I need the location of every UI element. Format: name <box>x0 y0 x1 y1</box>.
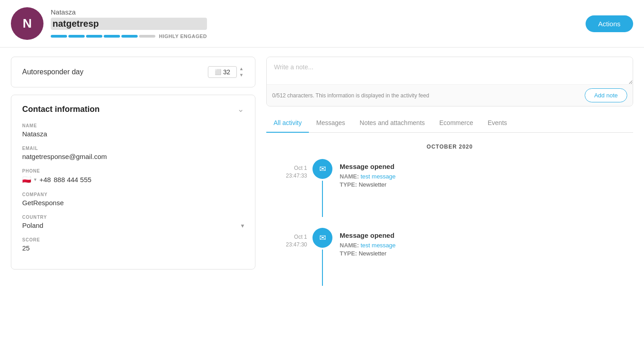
note-char-count: 0/512 characters. This information is di… <box>272 92 429 99</box>
autoresponder-stepper[interactable]: ⬜ 32 ▲ ▼ <box>208 66 244 78</box>
type-detail-label-2: TYPE: <box>340 250 357 257</box>
contact-card-title: Contact information <box>22 105 100 114</box>
type-detail-label-1: TYPE: <box>340 181 357 188</box>
bar-seg-6 <box>139 35 155 38</box>
activity-time-1: Oct 1 23:47:33 <box>266 159 307 180</box>
name-detail-value-2: test message <box>360 242 395 249</box>
country-label: COUNTRY <box>22 215 244 220</box>
actions-button[interactable]: Actions <box>586 15 633 32</box>
activity-type-detail-1: TYPE: Newsletter <box>340 181 396 188</box>
field-name: NAME Natasza <box>22 123 244 138</box>
note-footer: 0/512 characters. This information is di… <box>267 84 633 106</box>
tab-events[interactable]: Events <box>481 114 514 133</box>
field-company: COMPANY GetResponse <box>22 192 244 207</box>
stepper-up-button[interactable]: ▲ <box>239 66 244 72</box>
note-textarea[interactable] <box>267 57 633 84</box>
activity-content-2: Message opened NAME: test message TYPE: … <box>340 228 396 258</box>
field-email: EMAIL natgetresponse@gmail.com <box>22 146 244 160</box>
field-phone: PHONE 🇵🇱 ▾ +48 888 444 555 <box>22 168 244 184</box>
right-panel: 0/512 characters. This information is di… <box>266 57 633 297</box>
company-value: GetResponse <box>22 199 244 207</box>
phone-number: 888 444 555 <box>53 176 91 183</box>
email-label: EMAIL <box>22 146 244 151</box>
avatar: N <box>11 7 43 40</box>
activity-timestamp-1: 23:47:33 <box>266 172 307 180</box>
engagement-segments <box>51 35 155 38</box>
activity-type-detail-2: TYPE: Newsletter <box>340 250 396 257</box>
activity-timeline-1: ✉ <box>312 159 332 217</box>
company-label: COMPANY <box>22 192 244 197</box>
stepper-value: 32 <box>223 68 231 76</box>
email-value: natgetresponse@gmail.com <box>22 153 244 160</box>
message-opened-icon-2: ✉ <box>312 228 332 248</box>
activity-title-1: Message opened <box>340 163 396 170</box>
flag-icon: 🇵🇱 <box>22 175 31 184</box>
type-detail-value-1: Newsletter <box>359 181 386 188</box>
activity-name-detail-1: NAME: test message <box>340 173 396 180</box>
timeline-line-1 <box>322 181 323 217</box>
contact-email-display: natgetresp <box>51 18 207 30</box>
tab-notes-attachments[interactable]: Notes and attachments <box>352 114 432 133</box>
phone-flag-dropdown[interactable]: ▾ <box>34 177 37 183</box>
contact-information-card: Contact information ⌄ NAME Natasza EMAIL… <box>11 95 255 270</box>
bar-seg-4 <box>104 35 120 38</box>
tab-messages[interactable]: Messages <box>309 114 352 133</box>
timeline-line-2 <box>322 250 323 286</box>
activity-time-2: Oct 1 23:47:30 <box>266 228 307 249</box>
stepper-arrows: ▲ ▼ <box>239 66 244 78</box>
activity-tabs: All activity Messages Notes and attachme… <box>266 114 633 133</box>
activity-title-2: Message opened <box>340 231 396 239</box>
name-detail-label-2: NAME: <box>340 242 359 249</box>
field-score: SCORE 25 <box>22 237 244 252</box>
name-detail-label-1: NAME: <box>340 173 359 180</box>
activity-content-1: Message opened NAME: test message TYPE: … <box>340 159 396 189</box>
phone-label: PHONE <box>22 168 244 173</box>
name-detail-value-1: test message <box>360 173 395 180</box>
message-opened-icon-1: ✉ <box>312 159 332 179</box>
activity-item-2: Oct 1 23:47:30 ✉ Message opened NAME: te… <box>266 228 633 286</box>
name-value: Natasza <box>22 130 244 138</box>
note-box: 0/512 characters. This information is di… <box>266 57 633 106</box>
tab-ecommerce[interactable]: Ecommerce <box>432 114 481 133</box>
stepper-calendar-icon: ⬜ <box>215 69 221 75</box>
collapse-icon[interactable]: ⌄ <box>237 104 244 114</box>
add-note-button[interactable]: Add note <box>585 88 627 102</box>
header-info: Natasza natgetresp HIGHLY ENGAGED <box>51 8 207 39</box>
bar-seg-3 <box>86 35 102 38</box>
bar-seg-2 <box>68 35 85 38</box>
phone-prefix: +48 <box>39 176 51 183</box>
contact-card-header: Contact information ⌄ <box>22 104 244 114</box>
score-label: SCORE <box>22 237 244 242</box>
activity-date-1: Oct 1 <box>266 164 307 172</box>
main-layout: Autoresponder day ⬜ 32 ▲ ▼ Contact infor… <box>0 48 644 306</box>
activity-name-detail-2: NAME: test message <box>340 242 396 249</box>
tab-all-activity[interactable]: All activity <box>266 114 309 133</box>
bar-seg-1 <box>51 35 67 38</box>
stepper-down-button[interactable]: ▼ <box>239 72 244 78</box>
country-dropdown-icon[interactable]: ▾ <box>241 222 244 229</box>
phone-row: 🇵🇱 ▾ +48 888 444 555 <box>22 175 244 184</box>
autoresponder-label: Autoresponder day <box>22 68 83 76</box>
type-detail-value-2: Newsletter <box>359 250 386 257</box>
left-panel: Autoresponder day ⬜ 32 ▲ ▼ Contact infor… <box>11 57 255 270</box>
activity-item-1: Oct 1 23:47:33 ✉ Message opened NAME: te… <box>266 159 633 217</box>
country-row: Poland ▾ <box>22 221 244 229</box>
name-label: NAME <box>22 123 244 128</box>
country-value: Poland <box>22 221 43 229</box>
bar-seg-5 <box>121 35 138 38</box>
score-value: 25 <box>22 244 244 252</box>
engagement-bar: HIGHLY ENGAGED <box>51 34 207 39</box>
activity-timeline-2: ✉ <box>312 228 332 286</box>
activity-date-2: Oct 1 <box>266 233 307 241</box>
activity-timestamp-2: 23:47:30 <box>266 241 307 249</box>
contact-name: Natasza <box>51 8 207 16</box>
stepper-input-wrap: ⬜ 32 <box>208 66 237 78</box>
engagement-label: HIGHLY ENGAGED <box>159 34 207 39</box>
autoresponder-card: Autoresponder day ⬜ 32 ▲ ▼ <box>11 57 255 87</box>
contact-header: N Natasza natgetresp HIGHLY ENGAGED Acti… <box>0 0 644 48</box>
month-label: OCTOBER 2020 <box>266 144 633 150</box>
field-country: COUNTRY Poland ▾ <box>22 215 244 229</box>
